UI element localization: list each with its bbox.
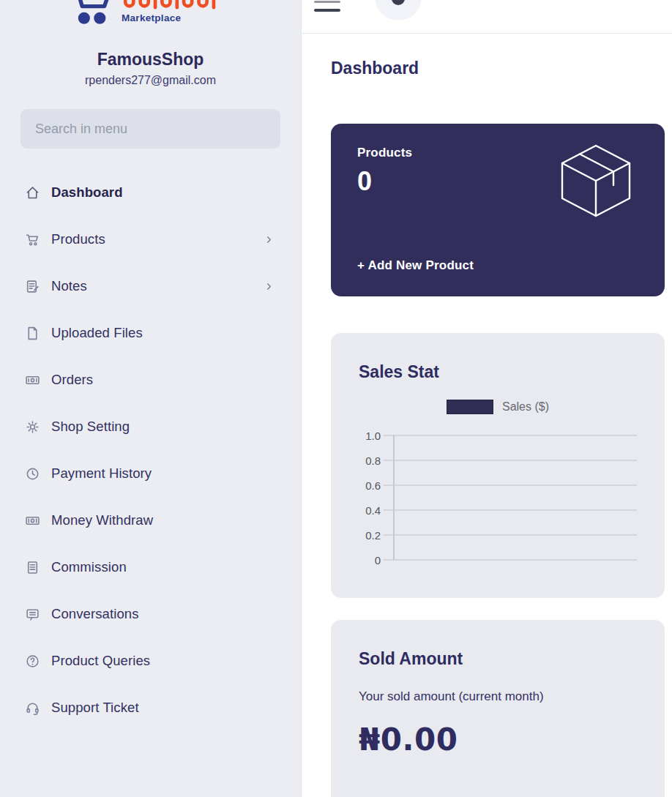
sidebar-item-payment-history[interactable]: Payment History [0,450,301,497]
gridline [384,534,637,536]
gridline [384,460,637,461]
sidebar-item-label: Money Withdraw [51,512,153,528]
y-tick-label: 0.2 [359,529,381,542]
sidebar-item-label: Shop Setting [51,419,130,435]
brand-tagline: Marketplace [122,12,181,23]
sidebar-item-money-withdraw[interactable]: Money Withdraw [0,497,301,544]
sidebar-menu: DashboardProductsNotesUploaded FilesOrde… [0,169,301,731]
sidebar-item-label: Payment History [51,465,152,482]
gridline [384,435,637,436]
y-tick-label: 0.8 [359,454,381,467]
shop-identity: FamousShop rpenders277@gmail.com [0,50,301,87]
y-tick-label: 0 [359,554,381,566]
sidebar: Marketplace FamousShop rpenders277@gmail… [0,0,302,797]
page-title: Dashboard [331,59,672,78]
menu-toggle-button[interactable] [314,0,342,22]
clock-icon [25,466,40,482]
cart-icon [25,232,40,247]
sidebar-item-dashboard[interactable]: Dashboard [0,169,301,216]
y-tick-label: 0.4 [359,504,381,517]
sold-amount-value: ₦0.00 [359,722,637,757]
sidebar-item-label: Support Ticket [51,700,139,716]
chart-legend: Sales ($) [359,400,637,414]
banknote-icon [25,373,40,388]
document-icon [25,560,40,575]
sidebar-item-label: Uploaded Files [51,325,143,341]
search-input[interactable] [20,109,280,149]
add-new-product-button[interactable]: + Add New Product [357,258,474,273]
sidebar-item-label: Product Queries [51,653,150,669]
sidebar-item-notes[interactable]: Notes [0,263,301,310]
sidebar-item-uploaded-files[interactable]: Uploaded Files [0,310,301,356]
package-icon [558,141,634,223]
shopping-cart-logo-icon [64,0,114,32]
chart-gridline-row: 1.0 [359,423,637,448]
sales-chart: 1.00.80.60.40.20 [359,423,637,572]
sidebar-item-commission[interactable]: Commission [0,544,301,591]
header-circle-button[interactable] [375,0,422,20]
products-summary-card: Products 0 + Add New Product [331,124,665,296]
shop-name: FamousShop [0,50,301,70]
sidebar-item-products[interactable]: Products [0,216,301,263]
gridline [384,484,637,486]
sidebar-item-label: Dashboard [51,184,123,201]
chart-gridline-row: 0.6 [359,473,637,498]
chart-y-axis-line [393,435,395,560]
sidebar-item-label: Commission [51,559,127,575]
chart-gridline-row: 0.8 [359,448,637,473]
gridline [384,509,637,511]
sidebar-item-support-ticket[interactable]: Support Ticket [0,684,301,731]
sidebar-item-label: Conversations [51,606,139,622]
hamburger-icon [314,1,340,3]
y-tick-label: 0.6 [359,479,381,492]
chat-icon [25,607,40,622]
sidebar-item-label: Products [51,231,105,247]
legend-swatch [447,400,493,414]
sold-amount-card: Sold Amount Your sold amount (current mo… [331,620,665,797]
shop-email: rpenders277@gmail.com [0,74,301,87]
main-area: Dashboard Products 0 + Add New Product S… [302,0,672,797]
gear-icon [25,419,40,435]
sidebar-item-conversations[interactable]: Conversations [0,591,301,637]
file-icon [25,326,40,341]
sales-stat-card: Sales Stat Sales ($) 1.00.80.60.40.20 [331,333,665,598]
sidebar-item-label: Orders [51,372,93,388]
gridline [384,559,637,561]
sidebar-item-product-queries[interactable]: Product Queries [0,637,301,684]
sidebar-item-orders[interactable]: Orders [0,356,301,403]
chevron-right-icon [264,234,275,245]
sidebar-item-label: Notes [51,278,87,294]
note-icon [25,279,40,294]
partial-header-icon [392,0,405,5]
sold-amount-subtitle: Your sold amount (current month) [359,689,637,704]
chart-gridline-row: 0.4 [359,498,637,523]
chart-gridline-row: 0 [359,547,637,572]
brand-logo[interactable]: Marketplace [0,0,301,37]
chevron-right-icon [264,281,275,292]
y-tick-label: 1.0 [359,430,381,442]
sidebar-item-shop-setting[interactable]: Shop Setting [0,403,301,450]
support-icon [25,700,40,716]
legend-label: Sales ($) [502,400,549,414]
chart-gridline-row: 0.2 [359,523,637,547]
topbar [302,0,672,34]
sold-amount-title: Sold Amount [359,649,637,669]
logo-wordmark-clipped [120,0,230,10]
question-icon [25,654,40,669]
sales-stat-title: Sales Stat [359,362,637,382]
home-icon [25,185,40,201]
cash-icon [25,513,40,528]
